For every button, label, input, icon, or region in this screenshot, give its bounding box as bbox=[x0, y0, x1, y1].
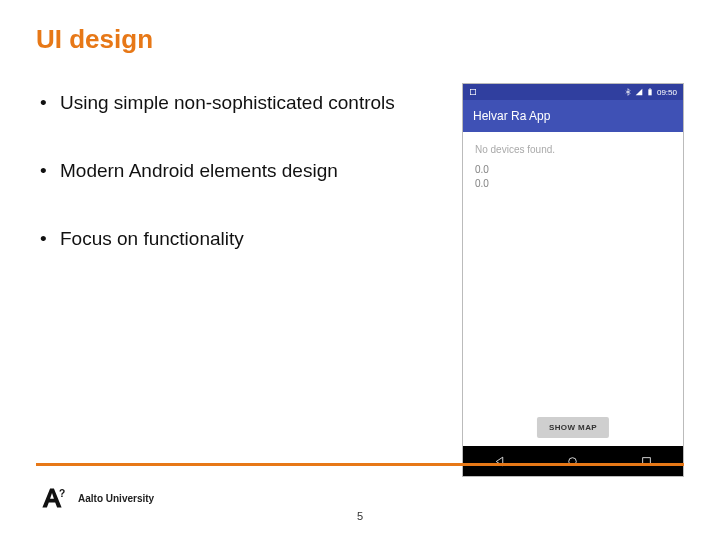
readout-value-2: 0.0 bbox=[475, 177, 671, 191]
svg-rect-2 bbox=[649, 88, 650, 89]
svg-text:?: ? bbox=[59, 488, 65, 499]
battery-icon bbox=[646, 88, 654, 96]
university-name: Aalto University bbox=[78, 493, 154, 504]
show-map-button[interactable]: SHOW MAP bbox=[537, 417, 609, 438]
footer: ? Aalto University bbox=[36, 482, 154, 514]
android-navbar bbox=[463, 446, 683, 476]
phone-mockup: 09:50 Helvar Ra App No devices found. 0.… bbox=[462, 83, 684, 477]
android-statusbar: 09:50 bbox=[463, 84, 683, 100]
signal-icon bbox=[635, 88, 643, 96]
bullet-list: Using simple non-sophisticated controls … bbox=[36, 83, 444, 477]
android-appbar: Helvar Ra App bbox=[463, 100, 683, 132]
bullet-item: Using simple non-sophisticated controls bbox=[36, 91, 444, 115]
svg-rect-0 bbox=[470, 89, 475, 94]
bullet-item: Modern Android elements design bbox=[36, 159, 444, 183]
footer-rule bbox=[36, 463, 684, 466]
readout-value-1: 0.0 bbox=[475, 163, 671, 177]
slide-title: UI design bbox=[36, 24, 684, 55]
device-status-text: No devices found. bbox=[475, 144, 671, 155]
app-title: Helvar Ra App bbox=[473, 109, 550, 123]
aalto-logo-icon: ? bbox=[36, 482, 68, 514]
page-number: 5 bbox=[357, 510, 363, 522]
notification-icon bbox=[469, 88, 477, 96]
statusbar-time: 09:50 bbox=[657, 88, 677, 97]
content-row: Using simple non-sophisticated controls … bbox=[36, 83, 684, 477]
svg-rect-1 bbox=[648, 89, 651, 95]
phone-body: No devices found. 0.0 0.0 SHOW MAP bbox=[463, 132, 683, 446]
bluetooth-icon bbox=[624, 88, 632, 96]
bullet-item: Focus on functionality bbox=[36, 227, 444, 251]
